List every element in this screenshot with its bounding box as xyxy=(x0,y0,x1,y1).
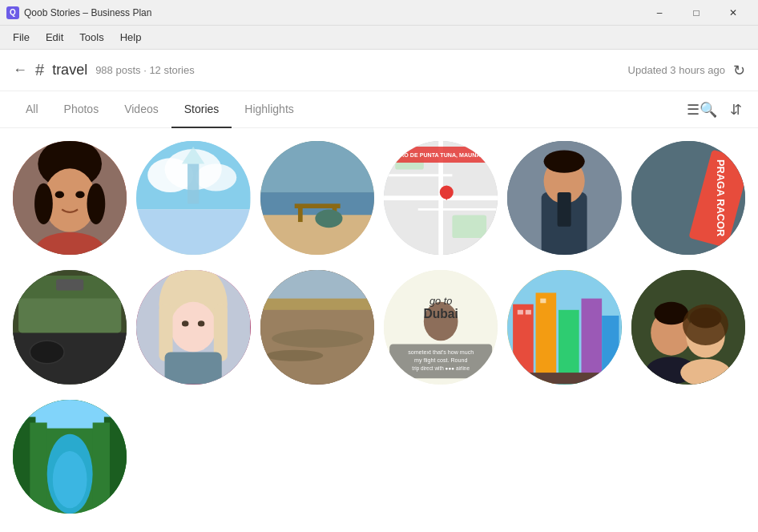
tab-videos[interactable]: Videos xyxy=(111,92,171,128)
svg-point-54 xyxy=(198,321,205,327)
svg-rect-37 xyxy=(558,192,571,227)
svg-rect-19 xyxy=(298,208,303,222)
story-item[interactable] xyxy=(260,270,374,384)
hashtag-icon: # xyxy=(35,61,44,79)
svg-point-7 xyxy=(75,191,84,199)
story-item[interactable] xyxy=(507,270,621,384)
svg-point-5 xyxy=(87,183,106,224)
svg-rect-77 xyxy=(541,299,546,304)
svg-rect-42 xyxy=(13,333,127,385)
tab-photos[interactable]: Photos xyxy=(51,92,112,128)
svg-point-94 xyxy=(53,451,87,508)
svg-point-6 xyxy=(55,191,64,199)
tag-name: travel xyxy=(52,62,87,79)
top-bar-left: ← # travel 988 posts · 12 stories xyxy=(13,61,195,79)
story-item[interactable] xyxy=(13,141,127,255)
svg-rect-52 xyxy=(165,353,222,385)
story-item[interactable] xyxy=(136,270,250,384)
svg-text:trip direct with ●●● airline: trip direct with ●●● airline xyxy=(412,366,470,373)
svg-text:my flight cost. Round: my flight cost. Round xyxy=(414,358,467,365)
svg-text:Dubai: Dubai xyxy=(423,307,458,320)
svg-rect-71 xyxy=(536,293,557,385)
close-button[interactable]: ✕ xyxy=(715,0,752,26)
svg-point-53 xyxy=(182,321,189,327)
tab-highlights[interactable]: Highlights xyxy=(232,92,306,128)
title-bar: Q Qoob Stories – Business Plan – □ ✕ xyxy=(0,0,758,26)
svg-rect-78 xyxy=(507,373,621,384)
window-controls: – □ ✕ xyxy=(641,0,752,26)
nav-tabs: All Photos Videos Stories Highlights ☰🔍 … xyxy=(0,91,758,128)
story-item[interactable] xyxy=(136,141,250,255)
search-filter-icon: ☰🔍 xyxy=(687,102,717,118)
refresh-button[interactable]: ↻ xyxy=(733,62,745,79)
svg-text:sometext that's how much: sometext that's how much xyxy=(408,350,474,357)
app-icon: Q xyxy=(6,6,19,19)
story-item[interactable]: FARO DE PUNTA TUNA, MAUNABO xyxy=(384,141,498,255)
top-bar: ← # travel 988 posts · 12 stories Update… xyxy=(0,50,758,91)
menu-bar: File Edit Tools Help xyxy=(0,26,758,50)
minimize-button[interactable]: – xyxy=(641,0,678,26)
svg-point-57 xyxy=(272,329,363,348)
svg-rect-44 xyxy=(18,299,121,333)
tab-all[interactable]: All xyxy=(13,92,51,128)
svg-text:PRAGA RACOR: PRAGA RACOR xyxy=(714,159,726,236)
svg-point-4 xyxy=(34,183,53,224)
post-count: 988 posts · 12 stories xyxy=(95,64,195,76)
svg-rect-18 xyxy=(294,204,340,208)
back-button[interactable]: ← xyxy=(13,62,27,79)
svg-rect-75 xyxy=(518,310,523,315)
svg-point-46 xyxy=(30,341,64,364)
svg-rect-73 xyxy=(582,299,603,385)
story-item[interactable]: sometext that's how much my flight cost.… xyxy=(384,270,498,384)
title-bar-left: Q Qoob Stories – Business Plan xyxy=(6,6,151,19)
svg-rect-70 xyxy=(513,304,534,385)
svg-rect-14 xyxy=(187,163,199,204)
menu-tools[interactable]: Tools xyxy=(73,28,110,46)
app-title: Qoob Stories – Business Plan xyxy=(24,7,151,18)
svg-point-84 xyxy=(683,304,728,345)
svg-point-21 xyxy=(315,209,342,228)
svg-rect-60 xyxy=(260,299,374,310)
svg-point-58 xyxy=(266,350,323,361)
sort-button[interactable]: ⇵ xyxy=(727,98,745,122)
menu-help[interactable]: Help xyxy=(114,28,148,46)
stories-grid: FARO DE PUNTA TUNA, MAUNABO PRAGA RACOR xyxy=(0,128,758,532)
maximize-button[interactable]: □ xyxy=(678,0,715,26)
updated-text: Updated 3 hours ago xyxy=(628,64,725,76)
tabs-list: All Photos Videos Stories Highlights xyxy=(13,91,307,127)
svg-rect-28 xyxy=(452,216,486,238)
menu-edit[interactable]: Edit xyxy=(39,28,70,46)
svg-rect-12 xyxy=(136,209,250,255)
svg-rect-16 xyxy=(260,192,374,215)
story-item[interactable] xyxy=(13,270,127,384)
tab-stories[interactable]: Stories xyxy=(171,92,232,128)
svg-point-36 xyxy=(544,150,585,172)
story-item[interactable] xyxy=(13,400,127,514)
svg-text:go to: go to xyxy=(429,295,452,307)
svg-point-11 xyxy=(196,163,236,191)
svg-point-49 xyxy=(171,302,216,353)
svg-text:FARO DE PUNTA TUNA, MAUNABO: FARO DE PUNTA TUNA, MAUNABO xyxy=(393,152,490,159)
svg-rect-15 xyxy=(260,141,374,192)
svg-rect-45 xyxy=(56,280,83,291)
story-item[interactable] xyxy=(631,270,745,384)
search-filter-button[interactable]: ☰🔍 xyxy=(683,98,720,122)
top-bar-right: Updated 3 hours ago ↻ xyxy=(628,62,745,79)
tab-actions: ☰🔍 ⇵ xyxy=(683,98,745,122)
svg-rect-76 xyxy=(526,310,531,315)
story-item[interactable] xyxy=(507,141,621,255)
menu-file[interactable]: File xyxy=(6,28,36,46)
story-item[interactable]: PRAGA RACOR xyxy=(631,141,745,255)
story-item[interactable] xyxy=(260,141,374,255)
svg-rect-92 xyxy=(93,422,110,514)
svg-rect-74 xyxy=(602,316,619,384)
svg-rect-91 xyxy=(30,422,46,514)
sort-icon: ⇵ xyxy=(730,102,742,118)
